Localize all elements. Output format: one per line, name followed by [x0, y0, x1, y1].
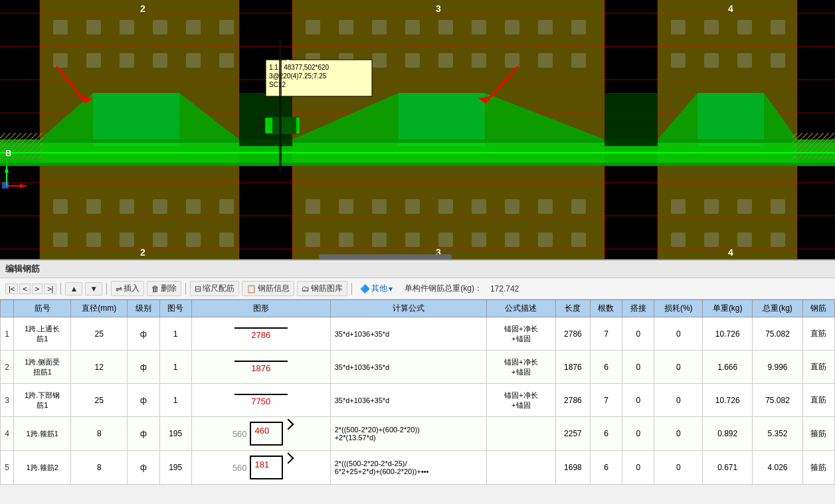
- nav-next-btn[interactable]: >: [32, 284, 43, 294]
- svg-rect-41: [571, 53, 586, 68]
- bar-count: 6: [590, 417, 622, 451]
- col-header-total-weight: 总重(kg): [753, 300, 802, 317]
- svg-text:SC12: SC12: [269, 81, 286, 88]
- col-header-diameter: 直径(mm): [71, 300, 128, 317]
- svg-rect-49: [153, 199, 167, 214]
- formula-desc: 锚固+净长 +锚固: [486, 317, 555, 351]
- svg-rect-72: [339, 232, 353, 247]
- bar-length: 1698: [556, 451, 591, 485]
- svg-rect-27: [53, 53, 68, 68]
- figure-number: 195: [159, 417, 191, 451]
- svg-rect-53: [339, 199, 353, 214]
- formula-desc: [486, 451, 555, 485]
- svg-rect-12: [186, 20, 201, 35]
- bar-diameter: 25: [71, 317, 128, 351]
- table-row[interactable]: 11跨.上通长 筋125ф1 2786 35*d+1036+35*d锚固+净长 …: [1, 317, 835, 351]
- figure-number: 195: [159, 451, 191, 485]
- svg-rect-47: [86, 199, 101, 214]
- svg-text:4: 4: [728, 3, 733, 14]
- svg-rect-61: [671, 199, 686, 214]
- svg-rect-48: [120, 199, 134, 214]
- bar-lap: 0: [622, 384, 654, 417]
- svg-rect-51: [219, 199, 234, 214]
- table-row[interactable]: 41跨.箍筋18ф195 560 460 2*((500-2*20)+(600-…: [1, 417, 835, 451]
- svg-rect-75: [438, 232, 453, 247]
- table-row[interactable]: 21跨.侧面受 扭筋112ф1 1876 35*d+1036+35*d锚固+净长…: [1, 351, 835, 384]
- nav-last-btn[interactable]: >|: [44, 284, 56, 294]
- other-btn[interactable]: 🔷 其他 ▾: [356, 282, 397, 295]
- bar-total-weight: 9.996: [753, 351, 802, 384]
- svg-rect-80: [671, 232, 686, 247]
- rebar-table-container[interactable]: 筋号 直径(mm) 级别 图号 图形 计算公式 公式描述 长度 根数 搭接 损耗…: [0, 299, 835, 495]
- bar-unit-weight: 0.671: [703, 451, 753, 485]
- figure-shape: 560 460: [191, 417, 330, 451]
- upload-icon: ▲: [70, 284, 78, 294]
- nav-prev-btn[interactable]: <: [19, 284, 30, 294]
- bar-grade: ф: [128, 384, 159, 417]
- bottom-panel: 编辑钢筋 |< < > >| ▲ ▼ ⇌ 插入 🗑 删除 ⊟ 缩尺配筋: [0, 259, 835, 504]
- bar-formula: 2*((500-2*20)+(600-2*20)) +2*(13.57*d): [330, 417, 486, 451]
- svg-rect-17: [405, 20, 420, 35]
- svg-rect-1: [0, 0, 40, 259]
- bar-unit-weight: 10.726: [703, 317, 753, 351]
- svg-rect-60: [571, 199, 586, 214]
- bar-diameter: 25: [71, 384, 128, 417]
- svg-rect-37: [438, 53, 453, 68]
- bar-total-weight: 4.026: [753, 451, 802, 485]
- delete-icon: 🗑: [151, 284, 159, 294]
- table-row[interactable]: 51跨.箍筋28ф195 560 181 2*(((500-2*20-2*d-2…: [1, 451, 835, 485]
- bar-info-btn[interactable]: 📋 钢筋信息: [242, 281, 294, 296]
- bar-name: 1跨.下部钢 筋1: [14, 384, 71, 417]
- nav-buttons: |< < > >|: [5, 284, 56, 294]
- toolbar: |< < > >| ▲ ▼ ⇌ 插入 🗑 删除 ⊟ 缩尺配筋 📋 钢筋信息: [0, 278, 835, 299]
- bar-lap: 0: [622, 317, 654, 351]
- col-header-rownum: [1, 300, 14, 317]
- svg-rect-103: [0, 163, 835, 166]
- delete-btn[interactable]: 🗑 删除: [147, 281, 181, 296]
- formula-desc: 锚固+净长 +锚固: [486, 351, 555, 384]
- svg-rect-44: [737, 53, 752, 68]
- upload-btn[interactable]: ▲: [65, 282, 82, 295]
- figure-shape: 560 181: [191, 451, 330, 485]
- svg-rect-82: [737, 232, 752, 247]
- col-header-unit-weight: 单重(kg): [703, 300, 753, 317]
- bar-name: 1跨.箍筋1: [14, 417, 71, 451]
- bar-length: 2786: [556, 317, 591, 351]
- svg-rect-102: [0, 139, 835, 143]
- table-row[interactable]: 31跨.下部钢 筋125ф1 7750 35*d+1036+35*d锚固+净长 …: [1, 384, 835, 417]
- svg-rect-42: [671, 53, 686, 68]
- bar-formula: 35*d+1036+35*d: [330, 317, 486, 351]
- svg-rect-131: [288, 117, 296, 134]
- bar-loss: 0: [654, 351, 703, 384]
- col-header-grade: 级别: [128, 300, 159, 317]
- svg-rect-15: [339, 20, 353, 35]
- svg-rect-13: [219, 20, 234, 35]
- bar-total-weight: 75.082: [753, 317, 802, 351]
- scale-bar-btn[interactable]: ⊟ 缩尺配筋: [190, 281, 239, 296]
- svg-rect-24: [704, 20, 719, 35]
- formula-desc: [486, 417, 555, 451]
- insert-btn[interactable]: ⇌ 插入: [111, 281, 144, 296]
- info-icon: 📋: [246, 284, 256, 294]
- svg-rect-67: [120, 232, 134, 247]
- svg-rect-36: [405, 53, 420, 68]
- svg-rect-83: [771, 232, 785, 247]
- svg-rect-45: [771, 53, 785, 68]
- download-btn[interactable]: ▼: [85, 282, 102, 295]
- svg-rect-76: [472, 232, 486, 247]
- svg-text:4: 4: [728, 247, 733, 258]
- bar-total-weight: 75.082: [753, 384, 802, 417]
- bar-lap: 0: [622, 351, 654, 384]
- bar-library-btn[interactable]: 🗂 钢筋图库: [297, 281, 347, 296]
- svg-rect-32: [219, 53, 234, 68]
- bar-total-weight: 5.352: [753, 417, 802, 451]
- svg-rect-43: [704, 53, 719, 68]
- nav-first-btn[interactable]: |<: [5, 284, 18, 294]
- svg-rect-40: [538, 53, 553, 68]
- svg-rect-108: [604, 93, 658, 146]
- svg-rect-66: [86, 232, 101, 247]
- svg-rect-139: [2, 182, 9, 189]
- figure-number: 1: [159, 351, 191, 384]
- svg-rect-110: [792, 133, 835, 159]
- bar-grade: ф: [128, 317, 159, 351]
